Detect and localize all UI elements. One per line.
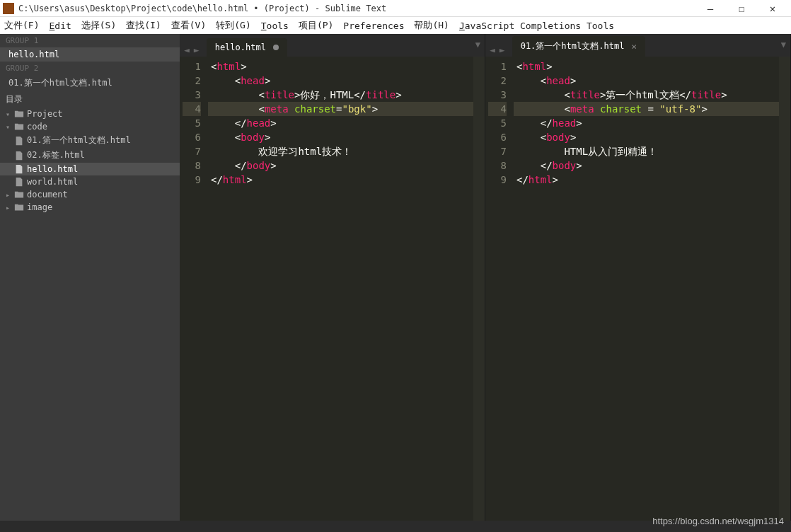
open-file-item[interactable]: 01.第一个html文档.html: [0, 75, 180, 91]
folders-heading: 目录: [0, 91, 180, 108]
tab-label: hello.html: [215, 42, 266, 52]
chevron-down-icon: ▾: [6, 123, 13, 131]
maximize-button[interactable]: ☐: [726, 1, 757, 16]
watermark-text: https://blog.csdn.net/wsgjm1314: [652, 516, 784, 526]
tree-label: document: [27, 190, 68, 200]
editor-pane: ◄►01.第一个html文档.html×▼123456789<html> <he…: [485, 34, 791, 521]
code-line[interactable]: </body>: [208, 158, 473, 173]
folder-icon: [14, 122, 24, 132]
tree-label: 01.第一个html文档.html: [27, 134, 131, 146]
tree-folder-image[interactable]: ▸ image: [0, 201, 180, 214]
tree-file[interactable]: world.html: [0, 175, 180, 188]
code-line[interactable]: </html>: [514, 173, 779, 187]
tree-file[interactable]: 02.标签.html: [0, 148, 180, 163]
tab-prev-icon[interactable]: ◄: [183, 43, 191, 57]
folder-icon: [14, 202, 24, 212]
app-icon: [3, 3, 14, 14]
close-tab-icon[interactable]: ×: [631, 41, 637, 52]
tree-label: world.html: [27, 177, 78, 187]
tab-next-icon[interactable]: ►: [192, 43, 201, 57]
code-line[interactable]: <meta charset="bgk">: [208, 102, 473, 116]
code-line[interactable]: <html>: [514, 59, 779, 74]
tree-label: Project: [27, 109, 63, 119]
tree-folder-document[interactable]: ▸ document: [0, 188, 180, 201]
code-editor[interactable]: 123456789<html> <head> <title>你好，HTML</t…: [180, 57, 485, 521]
chevron-right-icon: ▸: [6, 191, 13, 199]
menu-view[interactable]: 查看(V): [171, 19, 206, 32]
menu-project[interactable]: 项目(P): [299, 19, 333, 32]
menu-find[interactable]: 查找(I): [126, 19, 161, 32]
code-content[interactable]: <html> <head> <title>第一个html文档</title> <…: [514, 57, 779, 521]
code-line[interactable]: <title>第一个html文档</title>: [514, 88, 779, 102]
tab-dropdown-icon[interactable]: ▼: [475, 40, 480, 50]
tree-file[interactable]: hello.html: [0, 163, 180, 175]
menu-jscompletions[interactable]: JavaScript Completions Tools: [459, 21, 614, 31]
tree-folder-code[interactable]: ▾ code: [0, 120, 180, 133]
chevron-down-icon: ▾: [6, 110, 13, 118]
code-content[interactable]: <html> <head> <title>你好，HTML</title> <me…: [208, 57, 473, 521]
tree-label: 02.标签.html: [27, 149, 85, 161]
window-titlebar: C:\Users\asus\Desktop\Project\code\hello…: [0, 0, 791, 17]
code-line[interactable]: <body>: [514, 130, 779, 144]
file-icon: [14, 164, 24, 174]
menu-edit[interactable]: Edit: [49, 21, 71, 31]
file-icon: [14, 151, 24, 161]
folder-icon: [14, 190, 24, 200]
menu-help[interactable]: 帮助(H): [414, 19, 449, 32]
open-file-item[interactable]: hello.html: [0, 47, 180, 62]
tab-bar: ◄►hello.html▼: [180, 34, 485, 57]
tree-label: image: [27, 202, 52, 212]
tab-label: 01.第一个html文档.html: [521, 40, 625, 52]
tab-next-icon[interactable]: ►: [498, 43, 507, 57]
code-line[interactable]: 欢迎学习html技术！: [208, 144, 473, 158]
code-line[interactable]: </head>: [514, 116, 779, 130]
tree-label: code: [27, 122, 47, 132]
minimize-button[interactable]: —: [695, 1, 726, 16]
minimap[interactable]: [779, 57, 790, 521]
group-header-1: GROUP 1: [0, 34, 180, 47]
menu-bar: 文件(F) Edit 选择(S) 查找(I) 查看(V) 转到(G) Tools…: [0, 17, 791, 34]
menu-preferences[interactable]: Preferences: [343, 21, 404, 31]
menu-select[interactable]: 选择(S): [81, 19, 116, 32]
tab-prev-icon[interactable]: ◄: [488, 43, 497, 57]
file-tab[interactable]: 01.第一个html文档.html×: [512, 36, 646, 57]
editor-pane: ◄►hello.html▼123456789<html> <head> <tit…: [180, 34, 485, 521]
menu-tools[interactable]: Tools: [261, 21, 289, 31]
code-line[interactable]: <title>你好，HTML</title>: [208, 88, 473, 102]
minimap[interactable]: [473, 57, 485, 521]
line-gutter: 123456789: [485, 57, 514, 521]
close-button[interactable]: ✕: [757, 1, 788, 16]
sidebar: GROUP 1 hello.html GROUP 2 01.第一个html文档.…: [0, 34, 180, 521]
folder-icon: [14, 109, 24, 119]
code-line[interactable]: </head>: [208, 116, 473, 130]
tree-label: hello.html: [27, 164, 78, 174]
code-line[interactable]: HTML从入门到精通！: [514, 144, 779, 158]
line-gutter: 123456789: [180, 57, 208, 521]
dirty-indicator-icon: [273, 45, 279, 50]
tab-dropdown-icon[interactable]: ▼: [781, 40, 786, 50]
code-line[interactable]: <meta charset = "utf-8">: [514, 102, 779, 116]
code-line[interactable]: </html>: [208, 173, 473, 187]
file-tab[interactable]: hello.html: [207, 38, 287, 57]
tree-file[interactable]: 01.第一个html文档.html: [0, 133, 180, 148]
code-line[interactable]: <head>: [208, 74, 473, 88]
tree-folder-project[interactable]: ▾ Project: [0, 108, 180, 120]
menu-goto[interactable]: 转到(G): [216, 19, 250, 32]
code-line[interactable]: </body>: [514, 158, 779, 173]
file-icon: [14, 136, 24, 146]
code-line[interactable]: <head>: [514, 74, 779, 88]
tab-bar: ◄►01.第一个html文档.html×▼: [485, 34, 790, 57]
window-title: C:\Users\asus\Desktop\Project\code\hello…: [18, 4, 386, 13]
group-header-2: GROUP 2: [0, 62, 180, 75]
chevron-right-icon: ▸: [6, 204, 13, 212]
menu-file[interactable]: 文件(F): [4, 19, 39, 32]
file-icon: [14, 177, 24, 187]
code-line[interactable]: <body>: [208, 130, 473, 144]
code-line[interactable]: <html>: [208, 59, 473, 74]
code-editor[interactable]: 123456789<html> <head> <title>第一个html文档<…: [485, 57, 790, 521]
